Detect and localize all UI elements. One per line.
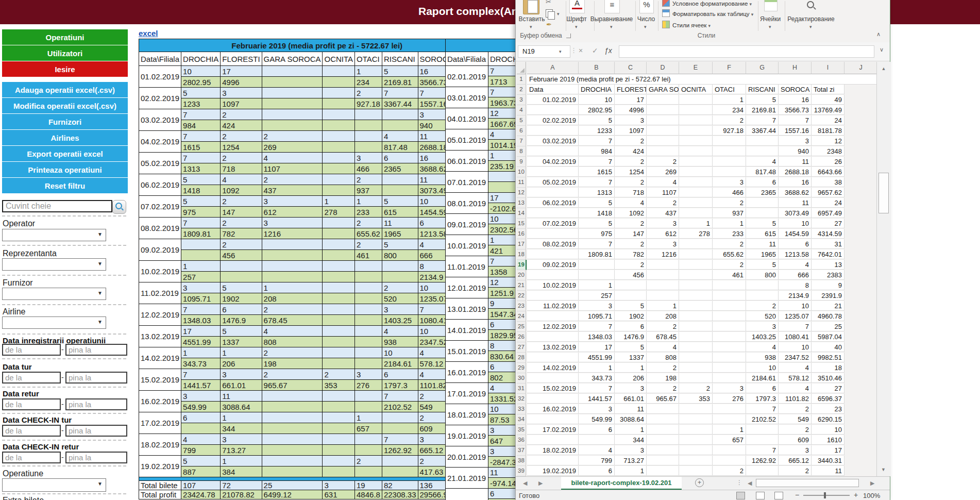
row-header-21[interactable]: 21	[517, 280, 526, 291]
data-checkin-retur-to-input[interactable]	[65, 452, 127, 463]
page-break-view-icon[interactable]	[774, 492, 783, 499]
grid-cell-F18[interactable]: 655.62	[713, 249, 746, 259]
column-header-D[interactable]: D	[647, 62, 679, 74]
font-chevron[interactable]: ▾	[575, 24, 578, 29]
grid-cell-E38[interactable]	[679, 456, 713, 465]
row-header-20[interactable]: 20	[517, 270, 526, 280]
grid-cell-I2[interactable]: Total zi	[812, 85, 844, 94]
grid-cell-A21[interactable]: 10.02.2019	[527, 280, 579, 290]
data-retur-from-input[interactable]	[2, 398, 61, 410]
grid-cell-B39[interactable]: 6	[579, 466, 615, 476]
grid-cell-G32[interactable]: 1797.3	[746, 394, 779, 404]
grid-cell-H33[interactable]: 2	[779, 404, 812, 414]
grid-cell-B12[interactable]: 1313	[579, 188, 615, 197]
normal-view-icon[interactable]	[736, 492, 745, 499]
grid-cell-D38[interactable]	[647, 456, 679, 465]
grid-cell-H16[interactable]: 1454.59	[779, 229, 812, 239]
grid-cell-E5[interactable]	[679, 115, 713, 125]
grid-cell-A27[interactable]: 13.02.2019	[527, 342, 579, 352]
grid-cell-I7[interactable]: 12	[812, 136, 844, 146]
grid-cell-C19[interactable]: 2	[615, 260, 647, 270]
grid-cell-F23[interactable]	[713, 301, 746, 311]
row-header-33[interactable]: 33	[517, 404, 526, 414]
grid-cell-B34[interactable]: 549.99	[579, 414, 615, 424]
grid-cell-H21[interactable]: 8	[779, 280, 812, 290]
grid-cell-H38[interactable]: 665.12	[779, 456, 812, 465]
grid-cell-I3[interactable]: 49	[812, 95, 844, 105]
grid-cell-E36[interactable]	[679, 435, 713, 445]
grid-cell-E10[interactable]	[679, 167, 713, 177]
grid-cell-E33[interactable]	[679, 404, 713, 414]
grid-cell-H32[interactable]: 1101.82	[779, 394, 812, 404]
editing-menu[interactable]: Редактирование	[785, 15, 837, 23]
grid-cell-G28[interactable]: 938	[746, 353, 779, 362]
grid-cell-C32[interactable]: 661.01	[615, 394, 647, 404]
grid-cell-B18[interactable]: 1809.81	[579, 249, 615, 259]
grid-cell-F12[interactable]: 466	[713, 188, 746, 197]
grid-cell-F37[interactable]	[713, 445, 746, 455]
zoom-out-icon[interactable]: −	[795, 491, 799, 499]
grid-cell-D22[interactable]	[647, 291, 679, 301]
grid-cell-D34[interactable]	[647, 414, 679, 424]
grid-cell-G5[interactable]: 7	[746, 115, 779, 125]
grid-cell-G30[interactable]: 2184.61	[746, 373, 779, 383]
grid-cell-H10[interactable]: 2688.18	[779, 167, 812, 177]
grid-cell-I26[interactable]: 5987.04	[812, 332, 844, 342]
grid-cell-E15[interactable]: 1	[679, 219, 713, 228]
grid-cell-C29[interactable]: 1	[615, 363, 647, 373]
row-header-24[interactable]: 24	[517, 311, 526, 322]
grid-cell-I33[interactable]: 23	[812, 404, 844, 414]
grid-cell-C12[interactable]: 718	[615, 188, 647, 197]
grid-cell-A8[interactable]	[527, 146, 579, 156]
grid-cell-C8[interactable]: 424	[615, 146, 647, 156]
grid-cell-D24[interactable]: 208	[647, 311, 679, 321]
grid-cell-C2[interactable]: FLORESTI	[615, 85, 647, 94]
nav-export-operatii[interactable]: Export operatii excel	[2, 146, 128, 161]
grid-cell-F36[interactable]: 657	[713, 435, 746, 445]
grid-cell-A39[interactable]: 19.02.2019	[527, 466, 579, 476]
row-header-35[interactable]: 35	[517, 425, 526, 435]
grid-cell-B27[interactable]: 17	[579, 342, 615, 352]
horizontal-scroll-thumb[interactable]	[756, 479, 859, 487]
grid-cell-G27[interactable]: 4	[746, 342, 779, 352]
grid-cell-A23[interactable]: 11.02.2019	[527, 301, 579, 311]
grid-cell-F7[interactable]	[713, 136, 746, 146]
data-retur-to-input[interactable]	[65, 398, 127, 410]
grid-cell-I15[interactable]: 27	[812, 219, 844, 228]
grid-cell-A2[interactable]: Data	[527, 85, 579, 94]
number-menu[interactable]: Число	[633, 15, 659, 23]
grid-cell-E35[interactable]	[679, 425, 713, 435]
grid-cell-I20[interactable]: 2383	[812, 270, 844, 280]
grid-cell-I36[interactable]: 1610	[812, 435, 844, 445]
grid-cell-C10[interactable]: 1254	[615, 167, 647, 177]
grid-cell-E6[interactable]	[679, 126, 713, 136]
grid-cell-F2[interactable]: OTACI	[713, 85, 746, 94]
grid-cell-I19[interactable]: 13	[812, 260, 844, 270]
grid-cell-F33[interactable]	[713, 404, 746, 414]
grid-cell-B19[interactable]	[579, 260, 615, 270]
nav-utilizatori[interactable]: Utilizatori	[2, 45, 128, 61]
grid-cell-F27[interactable]	[713, 342, 746, 352]
grid-cell-E12[interactable]	[679, 188, 713, 197]
row-header-11[interactable]: 11	[517, 177, 526, 188]
grid-cell-H35[interactable]: 2	[779, 425, 812, 435]
nav-operatiuni[interactable]: Operatiuni	[2, 29, 128, 45]
grid-cell-E27[interactable]	[679, 342, 713, 352]
grid-cell-G25[interactable]: 3	[746, 322, 779, 331]
grid-cell-I5[interactable]: 24	[812, 115, 844, 125]
grid-cell-H36[interactable]: 609	[779, 435, 812, 445]
cut-icon[interactable]: ✂	[546, 0, 551, 6]
grid-cell-B11[interactable]: 7	[579, 177, 615, 187]
grid-cell-F29[interactable]	[713, 363, 746, 373]
grid-cell-E14[interactable]	[679, 208, 713, 218]
grid-cell-D8[interactable]	[647, 146, 679, 156]
grid-cell-B25[interactable]: 7	[579, 322, 615, 331]
grid-cell-D33[interactable]	[647, 404, 679, 414]
grid-cell-I18[interactable]: 7642.01	[812, 249, 844, 259]
grid-cell-I16[interactable]: 4314.59	[812, 229, 844, 239]
grid-cell-F28[interactable]	[713, 353, 746, 362]
grid-cell-G37[interactable]: 7	[746, 445, 779, 455]
grid-cell-C31[interactable]: 3	[615, 384, 647, 393]
grid-cell-E29[interactable]	[679, 363, 713, 373]
grid-cell-B28[interactable]: 4551.99	[579, 353, 615, 362]
